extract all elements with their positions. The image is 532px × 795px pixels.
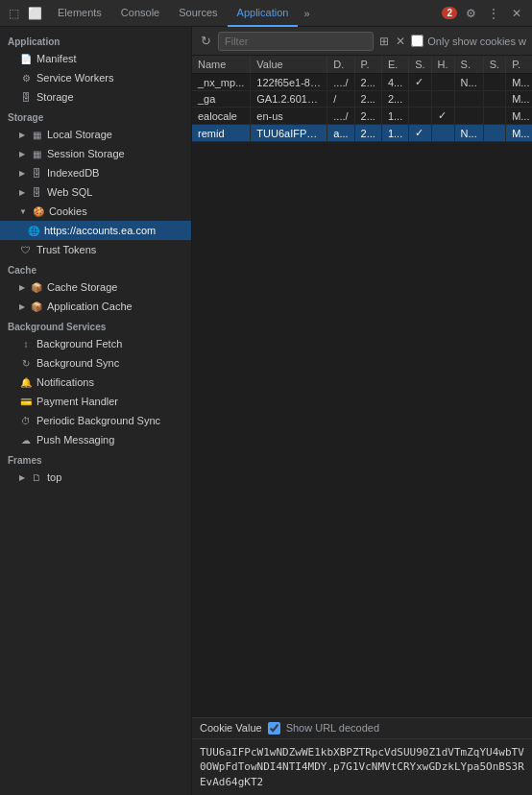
table-row[interactable]: ealocaleen-us..../2...1...✓M... [192,108,532,125]
section-frames-label: Frames [0,449,191,468]
sidebar-item-indexeddb-label: IndexedDB [47,167,99,179]
table-cell: GA1.2.601603... [251,91,327,108]
table-cell: 2... [354,91,381,108]
table-cell: remid [192,125,251,142]
sidebar-item-app-cache[interactable]: ▶ 📦 Application Cache [0,297,191,316]
col-domain[interactable]: D. [327,56,354,74]
table-row[interactable]: _nx_mp...122f65e1-860......./2...4...✓N.… [192,74,532,91]
show-url-decoded-checkbox[interactable] [268,722,280,735]
top-frame-chevron: ▶ [19,473,25,482]
sidebar-item-push-messaging[interactable]: ☁ Push Messaging [0,430,191,449]
col-name[interactable]: Name [192,56,251,74]
table-cell [409,108,431,125]
sidebar-item-notifications[interactable]: 🔔 Notifications [0,373,191,392]
table-cell [409,91,431,108]
only-show-cookies-checkbox[interactable] [411,35,423,47]
push-messaging-icon: ☁ [19,433,33,446]
sidebar-item-web-sql-label: Web SQL [47,186,93,198]
storage-icon: 🗄 [19,90,33,104]
more-icon[interactable]: ⋮ [484,4,503,23]
periodic-bg-sync-icon: ⏱ [19,414,33,427]
globe-icon: 🌐 [27,224,40,237]
data-table-wrapper[interactable]: Name Value D. P. E. S. H. S. S. P. _nx_m… [192,56,532,717]
sidebar-item-ea-domain[interactable]: 🌐 https://accounts.ea.com [0,221,191,240]
filter-input[interactable] [218,32,374,51]
sidebar-item-manifest[interactable]: 📄 Manifest [0,49,191,68]
col-size[interactable]: S. [409,56,431,74]
sidebar-item-cookies[interactable]: ▼ 🍪 Cookies [0,202,191,221]
web-sql-icon: 🗄 [30,185,43,199]
sidebar-item-cache-storage-label: Cache Storage [47,281,117,293]
show-url-decoded-label: Show URL decoded [286,722,379,734]
cookie-value-label: Cookie Value [200,722,262,734]
sidebar-item-manifest-label: Manifest [36,53,77,64]
sidebar-item-top-frame[interactable]: ▶ 🗋 top [0,468,191,487]
table-cell: M... [506,108,532,125]
col-value[interactable]: Value [251,56,327,74]
table-cell: 122f65e1-860... [251,74,327,91]
sidebar-item-indexeddb[interactable]: ▶ 🗄 IndexedDB [0,163,191,182]
sidebar-item-storage[interactable]: 🗄 Storage [0,87,191,107]
inspect-icon[interactable]: ⬚ [4,4,23,23]
section-cache-label: Cache [0,259,191,277]
app-cache-chevron: ▶ [19,302,25,311]
sidebar-item-bg-fetch[interactable]: ↕ Background Fetch [0,334,191,353]
more-tabs-icon[interactable]: » [298,0,315,27]
refresh-button[interactable]: ↻ [198,32,214,50]
tab-elements[interactable]: Elements [48,0,111,27]
close-devtools-icon[interactable]: ✕ [507,4,526,23]
filter-options-icon[interactable]: ⊞ [377,33,391,50]
mobile-icon[interactable]: ⬜ [25,4,44,23]
section-storage-label: Storage [0,107,191,125]
table-cell: 1... [381,108,408,125]
table-cell: 1... [381,125,408,142]
table-cell: ✓ [431,108,454,125]
window-icons: ⬚ ⬜ [0,4,48,23]
sidebar-item-ea-domain-label: https://accounts.ea.com [44,225,156,236]
cookies-icon: 🍪 [32,205,45,218]
sidebar-item-payment-handler[interactable]: 💳 Payment Handler [0,392,191,411]
cookie-value-header: Cookie Value Show URL decoded [192,718,532,739]
table-cell [483,91,505,108]
table-cell: ealocale [192,108,251,125]
col-path[interactable]: P. [354,56,381,74]
sidebar-item-cookies-label: Cookies [49,205,87,217]
sidebar-item-bg-sync-label: Background Sync [36,357,119,369]
sidebar-item-trust-tokens-label: Trust Tokens [36,244,96,255]
tab-console[interactable]: Console [111,0,169,27]
toolbar-icons: ⊞ ✕ [377,33,407,50]
nav-tabs: Elements Console Sources Application » [48,0,436,27]
only-show-cookies-label: Only show cookies w [427,36,526,47]
manifest-icon: 📄 [19,52,33,65]
table-cell [483,108,505,125]
local-storage-chevron: ▶ [19,131,25,139]
table-cell: a... [327,125,354,142]
table-row[interactable]: remidTUU6aIFPcW1...a...2...1...✓N...M... [192,125,532,142]
settings-icon[interactable]: ⚙ [461,4,480,23]
sidebar-item-periodic-bg-sync[interactable]: ⏱ Periodic Background Sync [0,411,191,430]
sidebar-item-session-storage[interactable]: ▶ ▦ Session Storage [0,144,191,163]
sidebar-item-service-workers[interactable]: ⚙ Service Workers [0,68,191,87]
col-secure[interactable]: S. [454,56,483,74]
session-storage-icon: ▦ [30,147,43,160]
bg-sync-icon: ↻ [19,356,33,370]
table-cell: _ga [192,91,251,108]
col-priority[interactable]: P. [506,56,532,74]
tab-sources[interactable]: Sources [169,0,227,27]
payment-handler-icon: 💳 [19,395,33,408]
sidebar-item-cache-storage[interactable]: ▶ 📦 Cache Storage [0,277,191,297]
sidebar-item-bg-sync[interactable]: ↻ Background Sync [0,353,191,373]
table-cell [431,125,454,142]
sidebar-item-trust-tokens[interactable]: 🛡 Trust Tokens [0,240,191,259]
table-cell: M... [506,125,532,142]
sidebar-item-local-storage[interactable]: ▶ ▦ Local Storage [0,125,191,144]
col-httponly[interactable]: H. [431,56,454,74]
sidebar-item-web-sql[interactable]: ▶ 🗄 Web SQL [0,182,191,202]
table-row[interactable]: _gaGA1.2.601603.../2...2...M... [192,91,532,108]
tab-application[interactable]: Application [228,0,299,27]
table-cell: / [327,91,354,108]
col-expires[interactable]: E. [381,56,408,74]
clear-filter-icon[interactable]: ✕ [394,33,407,50]
sidebar-item-service-workers-label: Service Workers [36,72,113,84]
col-samesite[interactable]: S. [483,56,505,74]
